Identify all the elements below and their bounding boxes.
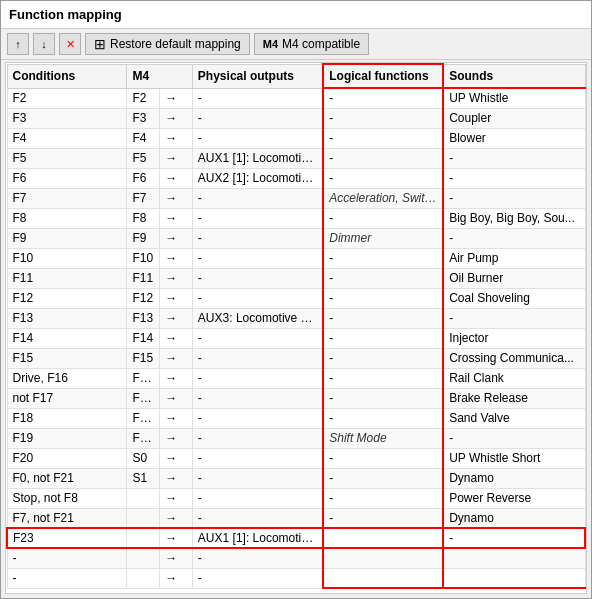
cell-conditions: F2 (7, 88, 127, 108)
cell-conditions: Drive, F16 (7, 368, 127, 388)
window-title: Function mapping (9, 7, 122, 22)
table-row[interactable]: F19FF (r)→-Shift Mode- (7, 428, 585, 448)
header-sounds: Sounds (443, 64, 585, 88)
cell-conditions: F19 (7, 428, 127, 448)
cell-m4: F3 (127, 108, 160, 128)
cell-m4: FS (f) (127, 368, 160, 388)
cell-sounds: Crossing Communica... (443, 348, 585, 368)
cell-logical: - (323, 208, 443, 228)
cell-physical: - (192, 408, 323, 428)
cell-arrow: → (160, 308, 193, 328)
table-row[interactable]: F20S0→--UP Whistle Short (7, 448, 585, 468)
table-row[interactable]: F13F13→AUX3: Locomotive Ca...-- (7, 308, 585, 328)
cell-conditions: F13 (7, 308, 127, 328)
cell-sounds: UP Whistle (443, 88, 585, 108)
cell-arrow: → (160, 148, 193, 168)
cell-conditions: F3 (7, 108, 127, 128)
cell-conditions: F23 (7, 528, 127, 548)
cell-m4: F12 (127, 288, 160, 308)
restore-label: Restore default mapping (110, 37, 241, 51)
cell-logical: - (323, 128, 443, 148)
cell-conditions: F14 (7, 328, 127, 348)
cell-conditions: F9 (7, 228, 127, 248)
cell-conditions: F18 (7, 408, 127, 428)
cell-sounds: - (443, 228, 585, 248)
cell-arrow: → (160, 388, 193, 408)
table-row[interactable]: F14F14→--Injector (7, 328, 585, 348)
cell-sounds: Oil Burner (443, 268, 585, 288)
cell-m4 (127, 488, 160, 508)
delete-button[interactable]: ✕ (59, 33, 81, 55)
move-down-button[interactable]: ↓ (33, 33, 55, 55)
cell-sounds: Coupler (443, 108, 585, 128)
cell-logical: - (323, 168, 443, 188)
table-row[interactable]: F5F5→AUX1 [1]: Locomotive...-- (7, 148, 585, 168)
cell-physical: - (192, 208, 323, 228)
table-row[interactable]: F7, not F21→--Dynamo (7, 508, 585, 528)
table-row[interactable]: F23→AUX1 [1]: Locomotive...- (7, 528, 585, 548)
table-row[interactable]: -→- (7, 568, 585, 588)
cell-arrow: → (160, 288, 193, 308)
cell-m4: S0 (127, 448, 160, 468)
table-row[interactable]: F18FF (f)→--Sand Valve (7, 408, 585, 428)
cell-logical: - (323, 508, 443, 528)
cell-m4: FF (r) (127, 428, 160, 448)
cell-sounds: - (443, 528, 585, 548)
cell-physical: - (192, 188, 323, 208)
cell-sounds: - (443, 188, 585, 208)
cell-conditions: F11 (7, 268, 127, 288)
cell-logical: - (323, 388, 443, 408)
cell-conditions: F7, not F21 (7, 508, 127, 528)
table-row[interactable]: not F17FS (r)→--Brake Release (7, 388, 585, 408)
table-row[interactable]: F2F2→--UP Whistle (7, 88, 585, 108)
table-row[interactable]: -→- (7, 548, 585, 568)
cell-arrow: → (160, 488, 193, 508)
table-row[interactable]: F11F11→--Oil Burner (7, 268, 585, 288)
cell-logical: Acceleration, Switchi... (323, 188, 443, 208)
cell-arrow: → (160, 188, 193, 208)
cell-physical: AUX1 [1]: Locomotive... (192, 148, 323, 168)
cell-arrow: → (160, 228, 193, 248)
cell-arrow: → (160, 468, 193, 488)
table-row[interactable]: Stop, not F8→--Power Reverse (7, 488, 585, 508)
header-logical: Logical functions (323, 64, 443, 88)
function-mapping-table-container[interactable]: Conditions M4 Physical outputs Logical f… (5, 62, 587, 594)
cell-physical: - (192, 268, 323, 288)
cell-arrow: → (160, 428, 193, 448)
cell-logical (323, 528, 443, 548)
table-row[interactable]: F7F7→-Acceleration, Switchi...- (7, 188, 585, 208)
table-row[interactable]: F0, not F21S1→--Dynamo (7, 468, 585, 488)
cell-physical: - (192, 548, 323, 568)
cell-physical: - (192, 468, 323, 488)
table-row[interactable]: F4F4→--Blower (7, 128, 585, 148)
cell-arrow: → (160, 328, 193, 348)
cell-physical: - (192, 508, 323, 528)
table-row[interactable]: F9F9→-Dimmer- (7, 228, 585, 248)
cell-sounds: - (443, 308, 585, 328)
cell-physical: - (192, 488, 323, 508)
table-row[interactable]: F8F8→--Big Boy, Big Boy, Sou... (7, 208, 585, 228)
cell-conditions: F4 (7, 128, 127, 148)
m4-compatible-button[interactable]: M4 M4 compatible (254, 33, 369, 55)
restore-default-button[interactable]: ⊞ Restore default mapping (85, 33, 250, 55)
cell-conditions: F6 (7, 168, 127, 188)
cell-sounds: Air Pump (443, 248, 585, 268)
cell-arrow: → (160, 348, 193, 368)
cell-m4: F8 (127, 208, 160, 228)
cell-sounds: Brake Release (443, 388, 585, 408)
cell-logical: Dimmer (323, 228, 443, 248)
table-row[interactable]: F12F12→--Coal Shoveling (7, 288, 585, 308)
function-mapping-window: Function mapping ↑ ↓ ✕ ⊞ Restore default… (0, 0, 592, 599)
cell-logical: - (323, 248, 443, 268)
table-row[interactable]: F15F15→--Crossing Communica... (7, 348, 585, 368)
table-row[interactable]: F10F10→--Air Pump (7, 248, 585, 268)
table-row[interactable]: Drive, F16FS (f)→--Rail Clank (7, 368, 585, 388)
table-row[interactable]: F6F6→AUX2 [1]: Locomotive...-- (7, 168, 585, 188)
cell-logical: - (323, 88, 443, 108)
cell-arrow: → (160, 368, 193, 388)
cell-logical: - (323, 288, 443, 308)
move-up-button[interactable]: ↑ (7, 33, 29, 55)
table-row[interactable]: F3F3→--Coupler (7, 108, 585, 128)
cell-m4 (127, 548, 160, 568)
cell-physical: AUX2 [1]: Locomotive... (192, 168, 323, 188)
